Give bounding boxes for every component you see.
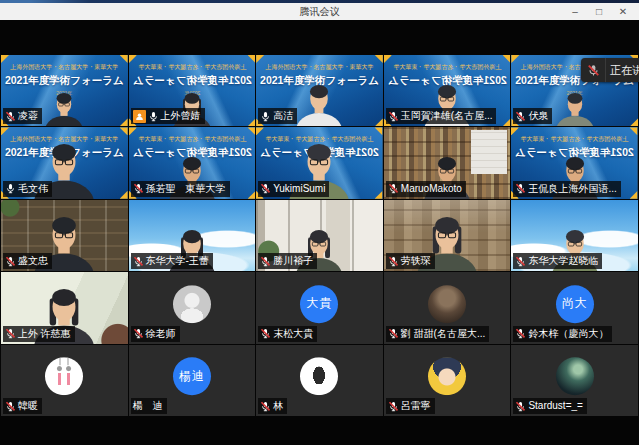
video-tile[interactable]: 上海外国语大学・名古屋大学・東華大学 2021年度学術フォーラム 2021年 孫… [129, 127, 256, 198]
avatar [428, 285, 466, 323]
banner-corner-accent [120, 127, 128, 135]
mic-muted-icon [388, 183, 399, 194]
mic-muted-icon [388, 111, 399, 122]
participant-label: 鈴木梓（慶尚大） [513, 326, 612, 342]
mic-muted-icon [581, 58, 606, 82]
video-tile[interactable]: 劉 甜甜(名古屋大... [384, 272, 511, 343]
video-tile[interactable]: 上海外国语大学・名古屋大学・東華大学 2021年度学術フォーラム 2021年 凌… [1, 55, 128, 126]
banner-corner-accent [511, 127, 519, 135]
banner-corner-accent [1, 127, 9, 135]
participant-label: 伏泉 [513, 108, 552, 124]
banner-corner-accent [375, 127, 383, 135]
participant-name: MaruoMakoto [401, 182, 462, 196]
participant-label: 毛文伟 [3, 181, 52, 197]
video-tile[interactable]: 大貴 末松大貴 [256, 272, 383, 343]
mic-muted-icon [515, 401, 526, 412]
participant-label: 楊 迪 [131, 398, 167, 414]
participant-name: 高洁 [273, 109, 293, 123]
banner-universities-text: 上海外国语大学・名古屋大学・東華大学 [1, 63, 128, 72]
avatar [556, 357, 594, 395]
participant-label: 劉 甜甜(名古屋大... [386, 326, 489, 342]
mic-muted-icon [133, 256, 144, 267]
participant-name: 末松大貴 [273, 327, 313, 341]
mic-muted-icon [5, 256, 16, 267]
video-tile[interactable]: 东华大学-王蕾 [129, 200, 256, 271]
host-badge-icon [133, 110, 146, 123]
video-tile[interactable]: 勝川裕子 [256, 200, 383, 271]
participant-label: MaruoMakoto [386, 181, 466, 197]
participant-name: 徐老师 [146, 327, 176, 341]
mic-on-icon [148, 111, 159, 122]
title-bar[interactable]: 腾讯会议 – □ ✕ [0, 3, 639, 21]
participant-label: 末松大貴 [258, 326, 317, 342]
maximize-button[interactable]: □ [587, 3, 611, 20]
participant-name: 楊 迪 [133, 399, 163, 413]
participant-label: 呂雷寧 [386, 398, 435, 414]
banner-universities-text: 上海外国语大学・名古屋大学・東華大学 [511, 135, 638, 144]
video-tile[interactable]: 东华大学赵晓临 [511, 200, 638, 271]
mic-muted-icon [388, 256, 399, 267]
video-tile[interactable]: 上海外国语大学・名古屋大学・東華大学 2021年度学術フォーラム 2021年 王… [511, 127, 638, 198]
banner-corner-accent [129, 127, 137, 135]
banner-corner-accent [375, 55, 383, 63]
speaking-indicator-label: 正在讲话: [606, 63, 639, 78]
video-tile[interactable]: 呂雷寧 [384, 345, 511, 416]
video-tile[interactable]: 上海外国语大学・名古屋大学・東華大学 2021年度学術フォーラム 2021年 玉… [384, 55, 511, 126]
participant-label: 韓暖 [3, 398, 42, 414]
participant-grid: 上海外国语大学・名古屋大学・東華大学 2021年度学術フォーラム 2021年 凌… [1, 55, 638, 416]
video-tile[interactable]: 尚大 鈴木梓（慶尚大） [511, 272, 638, 343]
video-tile[interactable]: 林 [256, 345, 383, 416]
avatar: 大貴 [300, 285, 338, 323]
participant-name: 盛文忠 [18, 254, 48, 268]
participant-label: 高洁 [258, 108, 297, 124]
banner-corner-accent [630, 118, 638, 126]
mic-muted-icon [133, 328, 144, 339]
participant-name: 劉 甜甜(名古屋大... [401, 327, 485, 341]
video-tile[interactable]: Stardust=_= [511, 345, 638, 416]
participant-name: 凌蓉 [18, 109, 38, 123]
video-tile[interactable]: 劳轶琛 [384, 200, 511, 271]
banner-corner-accent [247, 127, 255, 135]
close-button[interactable]: ✕ [611, 3, 635, 20]
mic-muted-icon [515, 111, 526, 122]
video-tile[interactable]: 上海外国语大学・名古屋大学・東華大学 2021年度学術フォーラム 2021年 毛… [1, 127, 128, 198]
participant-name: 东华大学赵晓临 [528, 254, 598, 268]
participant-name: 玉岡賀津雄(名古屋... [401, 109, 493, 123]
banner-title-text: 2021年度学術フォーラム [1, 74, 128, 88]
banner-title-text: 2021年度学術フォーラム [129, 74, 256, 88]
participant-name: 孫若聖 東華大学 [146, 182, 226, 196]
participant-name: 毛文伟 [18, 182, 48, 196]
participant-name: 上外曾婧 [161, 109, 201, 123]
banner-corner-accent [375, 118, 383, 126]
banner-corner-accent [256, 127, 264, 135]
video-tile[interactable]: 上海外国语大学・名古屋大学・東華大学 2021年度学術フォーラム 2021年 Y… [256, 127, 383, 198]
avatar [45, 357, 83, 395]
video-tile[interactable]: 楊迪 楊 迪 [129, 345, 256, 416]
participant-name: 王侃良上海外国语... [528, 182, 616, 196]
avatar [428, 357, 466, 395]
video-tile[interactable]: 徐老师 [129, 272, 256, 343]
video-tile[interactable]: 上海外国语大学・名古屋大学・東華大学 2021年度学術フォーラム 2021年 上… [129, 55, 256, 126]
mic-muted-icon [515, 256, 526, 267]
banner-universities-text: 上海外国语大学・名古屋大学・東華大学 [129, 135, 256, 144]
mic-muted-icon [260, 328, 271, 339]
video-tile[interactable]: 上外 许慈惠 [1, 272, 128, 343]
participant-person [37, 88, 91, 127]
video-tile[interactable]: 盛文忠 [1, 200, 128, 271]
speaking-indicator: 正在讲话: [581, 58, 639, 82]
minimize-button[interactable]: – [563, 3, 587, 20]
participant-name: 劳轶琛 [401, 254, 431, 268]
participant-label: 勝川裕子 [258, 253, 317, 269]
participant-label: 东华大学-王蕾 [131, 253, 213, 269]
participant-name: 呂雷寧 [401, 399, 431, 413]
video-tile[interactable]: 上海外国语大学・名古屋大学・東華大学 2021年度学術フォーラム 2021年 高… [256, 55, 383, 126]
banner-corner-accent [630, 191, 638, 199]
tencent-meeting-window: 腾讯会议 – □ ✕ 上海外国语大学・名古屋大学・東華大学 2021年度学術フォ… [0, 0, 639, 445]
video-tile[interactable]: 韓暖 [1, 345, 128, 416]
video-tile[interactable]: MaruoMakoto [384, 127, 511, 198]
participant-label: 劳轶琛 [386, 253, 435, 269]
avatar-initials: 楊迪 [179, 368, 205, 385]
participant-label: 东华大学赵晓临 [513, 253, 602, 269]
participant-name: Stardust=_= [528, 399, 582, 413]
avatar-initials: 尚大 [562, 296, 588, 313]
